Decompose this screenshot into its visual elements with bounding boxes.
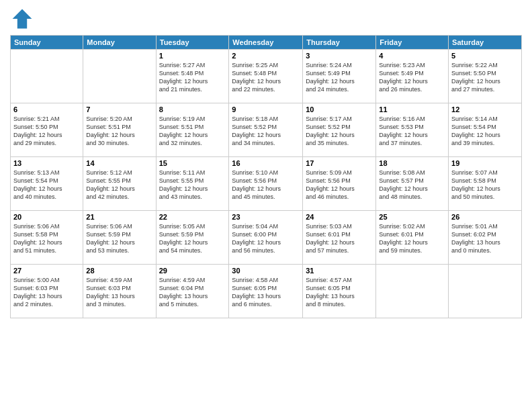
day-cell: 27Sunrise: 5:00 AM Sunset: 6:03 PM Dayli…	[11, 265, 83, 318]
day-cell: 31Sunrise: 4:57 AM Sunset: 6:05 PM Dayli…	[303, 265, 376, 318]
week-row-2: 6Sunrise: 5:21 AM Sunset: 5:50 PM Daylig…	[11, 103, 522, 157]
day-cell: 28Sunrise: 4:59 AM Sunset: 6:03 PM Dayli…	[83, 265, 156, 318]
day-number: 10	[306, 105, 373, 113]
svg-marker-0	[13, 9, 32, 29]
day-info: Sunrise: 5:06 AM Sunset: 5:59 PM Dayligh…	[86, 222, 152, 255]
week-row-3: 13Sunrise: 5:13 AM Sunset: 5:54 PM Dayli…	[11, 157, 522, 211]
day-info: Sunrise: 4:59 AM Sunset: 6:03 PM Dayligh…	[86, 276, 152, 309]
day-info: Sunrise: 5:23 AM Sunset: 5:49 PM Dayligh…	[379, 61, 445, 94]
day-info: Sunrise: 5:18 AM Sunset: 5:52 PM Dayligh…	[232, 115, 300, 148]
day-cell: 9Sunrise: 5:18 AM Sunset: 5:52 PM Daylig…	[229, 103, 303, 157]
day-cell: 4Sunrise: 5:23 AM Sunset: 5:49 PM Daylig…	[376, 50, 449, 103]
day-cell: 17Sunrise: 5:09 AM Sunset: 5:56 PM Dayli…	[303, 157, 376, 211]
day-number: 20	[13, 213, 80, 221]
day-cell: 20Sunrise: 5:06 AM Sunset: 5:58 PM Dayli…	[11, 211, 83, 265]
weekday-header-friday: Friday	[376, 36, 449, 50]
day-info: Sunrise: 5:01 AM Sunset: 6:02 PM Dayligh…	[451, 222, 519, 255]
weekday-header-saturday: Saturday	[449, 36, 522, 50]
day-info: Sunrise: 5:04 AM Sunset: 6:00 PM Dayligh…	[232, 222, 300, 255]
day-number: 7	[86, 105, 152, 113]
day-cell: 14Sunrise: 5:12 AM Sunset: 5:55 PM Dayli…	[83, 157, 156, 211]
week-row-4: 20Sunrise: 5:06 AM Sunset: 5:58 PM Dayli…	[11, 211, 522, 265]
day-number: 5	[451, 52, 519, 60]
day-info: Sunrise: 5:14 AM Sunset: 5:54 PM Dayligh…	[451, 115, 519, 148]
day-info: Sunrise: 4:57 AM Sunset: 6:05 PM Dayligh…	[306, 276, 373, 309]
day-number: 25	[379, 213, 445, 221]
day-number: 23	[232, 213, 300, 221]
day-info: Sunrise: 5:13 AM Sunset: 5:54 PM Dayligh…	[13, 169, 80, 201]
day-cell	[11, 50, 83, 103]
day-cell: 26Sunrise: 5:01 AM Sunset: 6:02 PM Dayli…	[449, 211, 522, 265]
day-number: 8	[159, 105, 226, 113]
day-info: Sunrise: 5:03 AM Sunset: 6:01 PM Dayligh…	[306, 222, 373, 255]
day-info: Sunrise: 5:10 AM Sunset: 5:56 PM Dayligh…	[232, 169, 300, 201]
day-cell: 30Sunrise: 4:58 AM Sunset: 6:05 PM Dayli…	[229, 265, 303, 318]
day-number: 2	[232, 52, 300, 60]
day-info: Sunrise: 5:05 AM Sunset: 5:59 PM Dayligh…	[159, 222, 226, 255]
day-number: 26	[451, 213, 519, 221]
day-number: 13	[13, 159, 80, 167]
day-cell	[376, 265, 449, 318]
day-info: Sunrise: 5:20 AM Sunset: 5:51 PM Dayligh…	[86, 115, 152, 148]
day-cell: 5Sunrise: 5:22 AM Sunset: 5:50 PM Daylig…	[449, 50, 522, 103]
day-cell	[449, 265, 522, 318]
day-info: Sunrise: 5:16 AM Sunset: 5:53 PM Dayligh…	[379, 115, 445, 148]
day-cell: 23Sunrise: 5:04 AM Sunset: 6:00 PM Dayli…	[229, 211, 303, 265]
day-number: 3	[306, 52, 373, 60]
day-cell: 1Sunrise: 5:27 AM Sunset: 5:48 PM Daylig…	[156, 50, 229, 103]
day-number: 12	[451, 105, 519, 113]
page: SundayMondayTuesdayWednesdayThursdayFrid…	[0, 0, 532, 411]
day-cell: 19Sunrise: 5:07 AM Sunset: 5:58 PM Dayli…	[449, 157, 522, 211]
day-number: 30	[232, 267, 300, 275]
weekday-header-tuesday: Tuesday	[156, 36, 229, 50]
weekday-header-row: SundayMondayTuesdayWednesdayThursdayFrid…	[11, 36, 522, 50]
day-number: 11	[379, 105, 445, 113]
day-number: 24	[306, 213, 373, 221]
day-info: Sunrise: 5:02 AM Sunset: 6:01 PM Dayligh…	[379, 222, 445, 255]
day-number: 18	[379, 159, 445, 167]
day-cell: 25Sunrise: 5:02 AM Sunset: 6:01 PM Dayli…	[376, 211, 449, 265]
week-row-5: 27Sunrise: 5:00 AM Sunset: 6:03 PM Dayli…	[11, 265, 522, 318]
day-number: 19	[451, 159, 519, 167]
day-cell: 22Sunrise: 5:05 AM Sunset: 5:59 PM Dayli…	[156, 211, 229, 265]
day-cell: 11Sunrise: 5:16 AM Sunset: 5:53 PM Dayli…	[376, 103, 449, 157]
day-number: 31	[306, 267, 373, 275]
day-cell: 7Sunrise: 5:20 AM Sunset: 5:51 PM Daylig…	[83, 103, 156, 157]
day-info: Sunrise: 5:24 AM Sunset: 5:49 PM Dayligh…	[306, 61, 373, 94]
day-number: 29	[159, 267, 226, 275]
day-info: Sunrise: 5:08 AM Sunset: 5:57 PM Dayligh…	[379, 169, 445, 201]
day-cell: 18Sunrise: 5:08 AM Sunset: 5:57 PM Dayli…	[376, 157, 449, 211]
day-cell: 13Sunrise: 5:13 AM Sunset: 5:54 PM Dayli…	[11, 157, 83, 211]
day-number: 9	[232, 105, 300, 113]
weekday-header-monday: Monday	[83, 36, 156, 50]
day-info: Sunrise: 5:17 AM Sunset: 5:52 PM Dayligh…	[306, 115, 373, 148]
day-cell: 15Sunrise: 5:11 AM Sunset: 5:55 PM Dayli…	[156, 157, 229, 211]
weekday-header-thursday: Thursday	[303, 36, 376, 50]
day-cell	[83, 50, 156, 103]
day-info: Sunrise: 5:21 AM Sunset: 5:50 PM Dayligh…	[13, 115, 80, 148]
day-cell: 10Sunrise: 5:17 AM Sunset: 5:52 PM Dayli…	[303, 103, 376, 157]
header	[10, 7, 522, 31]
day-number: 14	[86, 159, 152, 167]
week-row-1: 1Sunrise: 5:27 AM Sunset: 5:48 PM Daylig…	[11, 50, 522, 103]
weekday-header-sunday: Sunday	[11, 36, 83, 50]
day-number: 16	[232, 159, 300, 167]
calendar: SundayMondayTuesdayWednesdayThursdayFrid…	[10, 35, 522, 318]
logo	[10, 7, 37, 31]
day-number: 6	[13, 105, 80, 113]
day-info: Sunrise: 5:09 AM Sunset: 5:56 PM Dayligh…	[306, 169, 373, 201]
day-info: Sunrise: 5:07 AM Sunset: 5:58 PM Dayligh…	[451, 169, 519, 201]
day-info: Sunrise: 5:25 AM Sunset: 5:48 PM Dayligh…	[232, 61, 300, 94]
day-info: Sunrise: 4:58 AM Sunset: 6:05 PM Dayligh…	[232, 276, 300, 309]
day-number: 1	[159, 52, 226, 60]
day-cell: 8Sunrise: 5:19 AM Sunset: 5:51 PM Daylig…	[156, 103, 229, 157]
day-number: 4	[379, 52, 445, 60]
weekday-header-wednesday: Wednesday	[229, 36, 303, 50]
day-number: 27	[13, 267, 80, 275]
day-number: 17	[306, 159, 373, 167]
day-info: Sunrise: 4:59 AM Sunset: 6:04 PM Dayligh…	[159, 276, 226, 309]
day-cell: 2Sunrise: 5:25 AM Sunset: 5:48 PM Daylig…	[229, 50, 303, 103]
day-cell: 6Sunrise: 5:21 AM Sunset: 5:50 PM Daylig…	[11, 103, 83, 157]
day-number: 15	[159, 159, 226, 167]
day-number: 22	[159, 213, 226, 221]
